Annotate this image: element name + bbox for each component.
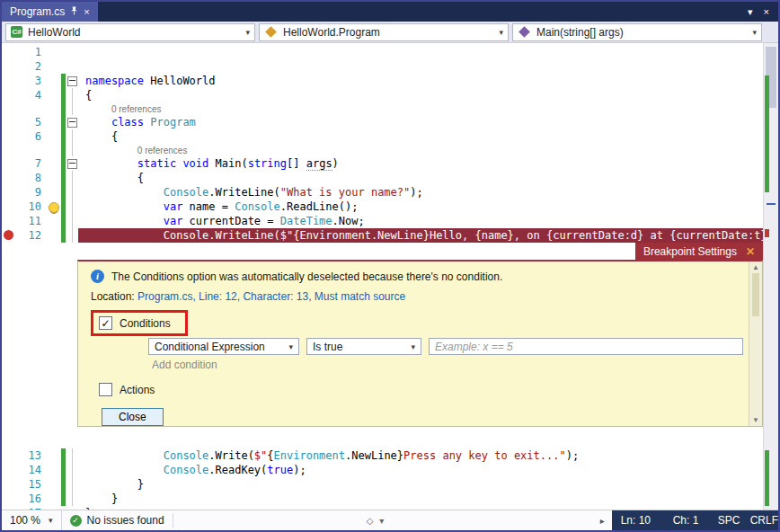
line-number: 12 (14, 228, 47, 243)
code-line: 12 Console.WriteLine($"{Environment.NewL… (2, 228, 763, 243)
check-icon: ✓ (70, 515, 82, 527)
location-links[interactable]: Program.cs, Line: 12, Character: 13, Mus… (137, 290, 405, 303)
marker-icon[interactable]: ◇ (367, 516, 374, 526)
peek-body: i The Conditions option was automaticall… (78, 262, 749, 426)
peek-tab-row: Breakpoint Settings ✕ (77, 243, 763, 260)
code-line: 6 { (2, 129, 763, 144)
code-text: { (78, 129, 763, 144)
line-number: 8 (14, 171, 47, 185)
peek-scrollbar-thumb[interactable] (752, 273, 759, 316)
condition-type-dropdown[interactable]: Conditional Expression ▾ (148, 338, 299, 355)
type-dropdown[interactable]: HelloWorld.Program ▾ (259, 23, 509, 41)
scroll-right-icon[interactable]: ▸ (600, 516, 605, 526)
chevron-down-icon: ▾ (499, 28, 503, 37)
close-icon[interactable]: × (764, 6, 769, 17)
fold-margin (66, 59, 78, 74)
code-editor[interactable]: 123namespace HelloWorld4{ 0 references5 … (2, 43, 778, 510)
code-text: { (78, 88, 763, 102)
actions-checkbox[interactable] (99, 383, 112, 396)
breakpoint-margin[interactable] (2, 477, 14, 492)
breakpoint-margin[interactable] (2, 185, 14, 200)
code-text: namespace HelloWorld (78, 74, 763, 88)
info-text: The Conditions option was automatically … (111, 270, 502, 283)
condition-expression-input[interactable] (429, 338, 743, 355)
breakpoint-margin[interactable] (2, 144, 14, 156)
breakpoint-dot[interactable] (4, 230, 13, 240)
breakpoint-margin[interactable] (2, 88, 14, 102)
glyph-margin (47, 171, 61, 185)
member-dropdown[interactable]: Main(string[] args) ▾ (512, 23, 762, 41)
breakpoint-margin[interactable] (2, 45, 14, 59)
tab-program-cs[interactable]: Program.cs × (2, 2, 98, 22)
glyph-margin (47, 214, 61, 228)
conditions-checkbox[interactable]: ✓ (99, 316, 112, 330)
peek-scrollbar[interactable]: ▲ ▼ (749, 262, 762, 426)
breakpoint-margin[interactable] (2, 129, 14, 144)
breakpoint-margin[interactable] (2, 171, 14, 185)
line-indicator[interactable]: Ln: 10 (612, 514, 673, 527)
type-dropdown-label: HelloWorld.Program (283, 26, 380, 39)
glyph-margin (47, 45, 61, 59)
collapse-toggle-icon[interactable] (66, 156, 78, 171)
breakpoint-margin[interactable] (2, 102, 14, 115)
project-dropdown[interactable]: C# HelloWorld ▾ (5, 23, 255, 41)
glyph-margin (47, 156, 61, 171)
line-ending-indicator[interactable]: CRLF (750, 514, 778, 527)
navigation-bar: C# HelloWorld ▾ HelloWorld.Program ▾ Mai… (2, 22, 778, 43)
fold-margin (66, 477, 78, 492)
glyph-margin (47, 448, 61, 463)
tab-strip-controls: ▾ × (739, 2, 778, 22)
code-area[interactable]: 123namespace HelloWorld4{ 0 references5 … (2, 43, 763, 510)
breakpoint-marker (765, 229, 769, 237)
issues-text: No issues found (87, 514, 164, 527)
peek-close-icon[interactable]: ✕ (746, 245, 755, 258)
zoom-control[interactable]: 100 % ▾ (2, 510, 62, 530)
code-line: 3namespace HelloWorld (2, 74, 763, 88)
tab-close-icon[interactable]: × (84, 6, 89, 17)
member-dropdown-label: Main(string[] args) (536, 26, 624, 39)
glyph-margin (47, 463, 61, 477)
close-button[interactable]: Close (102, 408, 164, 426)
breakpoint-margin[interactable] (2, 214, 14, 228)
condition-operator-dropdown[interactable]: Is true ▾ (306, 338, 421, 355)
collapse-toggle-icon[interactable] (66, 74, 78, 88)
scroll-up-icon[interactable]: ▲ (752, 263, 759, 271)
cursor-position-panel: Ln: 10 Ch: 1 SPC CRLF (612, 510, 778, 530)
editor-scrollbar[interactable] (763, 43, 778, 510)
code-line: 7 static void Main(string[] args) (2, 156, 763, 171)
code-line: 13 Console.Write($"{Environment.NewLine}… (2, 448, 763, 463)
breakpoint-margin[interactable] (2, 448, 14, 463)
window-menu-icon[interactable]: ▾ (748, 6, 753, 18)
column-indicator[interactable]: Ch: 1 (673, 514, 718, 527)
issues-indicator[interactable]: ✓ No issues found (62, 510, 173, 530)
csharp-project-icon: C# (11, 26, 22, 38)
breakpoint-margin[interactable] (2, 492, 14, 506)
fold-margin (66, 448, 78, 463)
add-condition-link[interactable]: Add condition (152, 359, 743, 371)
collapse-toggle-icon[interactable] (66, 115, 78, 129)
breakpoint-margin[interactable] (2, 115, 14, 129)
breakpoint-margin[interactable] (2, 59, 14, 74)
pin-icon[interactable] (70, 5, 78, 18)
line-number: 5 (14, 115, 47, 129)
breakpoint-settings-peek: Breakpoint Settings ✕ i The Conditions o… (77, 243, 763, 427)
caret-position-marker (767, 203, 776, 205)
breakpoint-indicator[interactable] (2, 228, 14, 243)
chevron-down-icon: ▾ (752, 28, 757, 37)
line-number: 10 (14, 200, 47, 214)
breakpoint-margin[interactable] (2, 200, 14, 214)
glyph-margin (47, 115, 61, 129)
code-text: var currentDate = DateTime.Now; (78, 214, 763, 228)
scroll-down-icon[interactable]: ▼ (752, 416, 759, 424)
lightbulb-icon[interactable] (47, 200, 61, 214)
breakpoint-settings-tab[interactable]: Breakpoint Settings ✕ (635, 243, 763, 260)
location-row: Location: Program.cs, Line: 12, Characte… (91, 290, 743, 303)
project-dropdown-label: HelloWorld (28, 26, 80, 39)
code-text: } (78, 492, 763, 506)
breakpoint-margin[interactable] (2, 156, 14, 171)
breakpoint-margin[interactable] (2, 463, 14, 477)
indent-mode-indicator[interactable]: SPC (718, 514, 750, 527)
glyph-margin (47, 492, 61, 506)
breakpoint-margin[interactable] (2, 74, 14, 88)
code-line: 1 (2, 45, 763, 59)
